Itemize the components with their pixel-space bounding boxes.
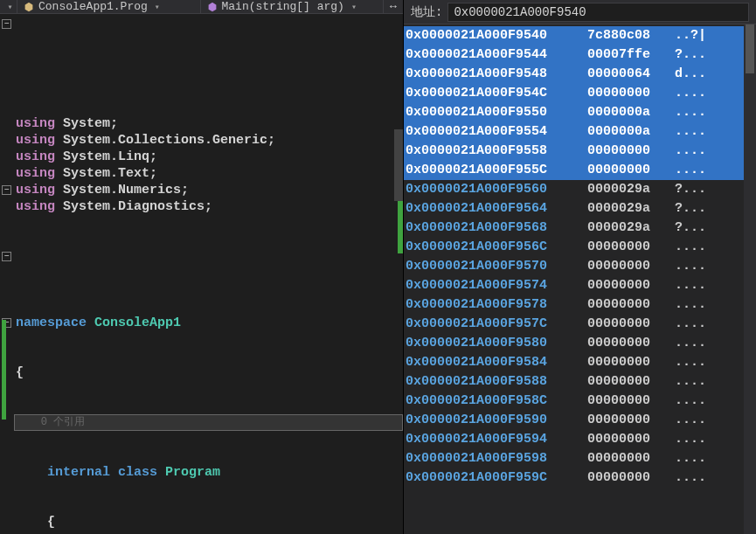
memory-row[interactable]: 0x0000021A000F958C00000000....: [404, 392, 756, 411]
memory-address: 0x0000021A000F9548: [404, 65, 587, 84]
blank-line: [16, 248, 401, 265]
memory-address-bar: 地址:: [404, 0, 756, 24]
memory-hex: 0000000a: [587, 122, 668, 142]
memory-row[interactable]: 0x0000021A000F959800000000....: [404, 449, 756, 468]
memory-address: 0x0000021A000F9550: [404, 103, 587, 122]
split-icon: ↔: [390, 0, 397, 13]
memory-hex: 0000029a: [587, 218, 668, 238]
memory-address: 0x0000021A000F9578: [404, 295, 587, 315]
memory-address: 0x0000021A000F959C: [404, 468, 587, 488]
memory-row[interactable]: 0x0000021A000F954C00000000....: [404, 84, 756, 103]
code-line: using System.Collections.Generic;: [16, 132, 401, 149]
memory-row[interactable]: 0x0000021A000F95640000029a?...: [404, 199, 756, 218]
code-line: {: [16, 364, 401, 381]
memory-hex: 00000000: [587, 257, 668, 276]
memory-hex: 00000000: [587, 315, 668, 334]
address-label: 地址:: [411, 4, 442, 20]
memory-row[interactable]: 0x0000021A000F95407c880c08..?|: [404, 26, 756, 45]
nav-class-label: ConsoleApp1.Prog: [38, 0, 148, 13]
memory-row[interactable]: 0x0000021A000F95600000029a?...: [404, 180, 756, 199]
fold-toggle[interactable]: −: [2, 185, 11, 195]
memory-hex: 00000064: [587, 65, 668, 84]
memory-address: 0x0000021A000F9540: [404, 26, 587, 45]
memory-ascii: ....: [668, 468, 753, 488]
memory-row[interactable]: 0x0000021A000F958400000000....: [404, 353, 756, 372]
code-line: using System.Text;: [16, 165, 401, 182]
memory-ascii: ....: [668, 449, 753, 468]
memory-row[interactable]: 0x0000021A000F958000000000....: [404, 334, 756, 353]
fold-toggle[interactable]: −: [2, 19, 11, 29]
nav-class-dropdown[interactable]: ConsoleApp1.Prog ▾: [17, 0, 201, 13]
memory-row[interactable]: 0x0000021A000F958800000000....: [404, 372, 756, 392]
method-icon: [206, 1, 218, 13]
code-editor[interactable]: − − − − using System;using System.Collec…: [0, 14, 403, 534]
memory-address: 0x0000021A000F9568: [404, 218, 587, 238]
memory-address: 0x0000021A000F9544: [404, 45, 587, 65]
memory-hex: 00000000: [587, 238, 668, 257]
nav-method-label: Main(string[] arg): [222, 0, 344, 13]
memory-ascii: ....: [668, 372, 753, 392]
memory-hex: 00000000: [587, 392, 668, 411]
address-input[interactable]: [447, 3, 749, 22]
memory-address: 0x0000021A000F9564: [404, 199, 587, 218]
memory-hex: 00000000: [587, 430, 668, 449]
memory-ascii: ....: [668, 353, 753, 372]
memory-address: 0x0000021A000F955C: [404, 161, 587, 180]
memory-row[interactable]: 0x0000021A000F954800000064d...: [404, 65, 756, 84]
memory-address: 0x0000021A000F958C: [404, 392, 587, 411]
code-area[interactable]: using System;using System.Collections.Ge…: [14, 16, 403, 534]
scrollbar-thumb[interactable]: [746, 24, 754, 73]
memory-ascii: ....: [668, 161, 753, 180]
fold-toggle[interactable]: −: [2, 252, 11, 261]
chevron-down-icon: ▾: [3, 2, 12, 12]
memory-hex: 00000000: [587, 372, 668, 392]
memory-address: 0x0000021A000F9554: [404, 122, 587, 142]
memory-row[interactable]: 0x0000021A000F954400007ffe?...: [404, 45, 756, 65]
split-view-button[interactable]: ↔: [384, 0, 403, 13]
memory-address: 0x0000021A000F9560: [404, 180, 587, 199]
memory-row[interactable]: 0x0000021A000F957000000000....: [404, 257, 756, 276]
memory-row[interactable]: 0x0000021A000F959400000000....: [404, 430, 756, 449]
nav-scope-left-button[interactable]: ▾: [0, 0, 17, 13]
memory-address: 0x0000021A000F9594: [404, 430, 587, 449]
memory-address: 0x0000021A000F9584: [404, 353, 587, 372]
nav-method-dropdown[interactable]: Main(string[] arg) ▾: [201, 0, 385, 13]
memory-ascii: ....: [668, 411, 753, 430]
memory-hex: 00000000: [587, 449, 668, 468]
memory-ascii: ....: [668, 276, 753, 295]
vertical-scrollbar[interactable]: [394, 129, 403, 201]
memory-row[interactable]: 0x0000021A000F95500000000a....: [404, 103, 756, 122]
memory-row[interactable]: 0x0000021A000F95540000000a....: [404, 122, 756, 142]
memory-hex: 00000000: [587, 468, 668, 488]
memory-row[interactable]: 0x0000021A000F957800000000....: [404, 295, 756, 315]
memory-ascii: ....: [668, 257, 753, 276]
memory-row[interactable]: 0x0000021A000F955C00000000....: [404, 161, 756, 180]
memory-address: 0x0000021A000F9570: [404, 257, 587, 276]
memory-list[interactable]: 0x0000021A000F95407c880c08..?|0x0000021A…: [404, 24, 756, 534]
memory-row[interactable]: 0x0000021A000F959000000000....: [404, 411, 756, 430]
code-line: using System.Linq;: [16, 149, 401, 165]
memory-row[interactable]: 0x0000021A000F957C00000000....: [404, 315, 756, 334]
code-line: using System;: [16, 115, 401, 132]
memory-row[interactable]: 0x0000021A000F956C00000000....: [404, 238, 756, 257]
memory-row[interactable]: 0x0000021A000F95680000029a?...: [404, 218, 756, 238]
memory-hex: 0000029a: [587, 199, 668, 218]
memory-hex: 7c880c08: [587, 26, 668, 45]
memory-ascii: d...: [668, 65, 753, 84]
memory-hex: 00000000: [587, 334, 668, 353]
memory-row[interactable]: 0x0000021A000F959C00000000....: [404, 468, 756, 488]
current-line-highlight: [14, 414, 403, 431]
code-line: using System.Diagnostics;: [16, 198, 401, 215]
memory-ascii: ....: [668, 142, 753, 161]
memory-ascii: ....: [668, 315, 753, 334]
code-line: internal class Program: [16, 464, 401, 481]
using-block: using System;using System.Collections.Ge…: [16, 115, 401, 215]
memory-ascii: ?...: [668, 199, 753, 218]
code-line: {: [16, 514, 401, 531]
memory-hex: 0000000a: [587, 103, 668, 122]
code-line: using System.Numerics;: [16, 182, 401, 198]
memory-row[interactable]: 0x0000021A000F955800000000....: [404, 142, 756, 161]
memory-ascii: ?...: [668, 45, 753, 65]
memory-row[interactable]: 0x0000021A000F957400000000....: [404, 276, 756, 295]
memory-scrollbar[interactable]: [744, 24, 756, 534]
